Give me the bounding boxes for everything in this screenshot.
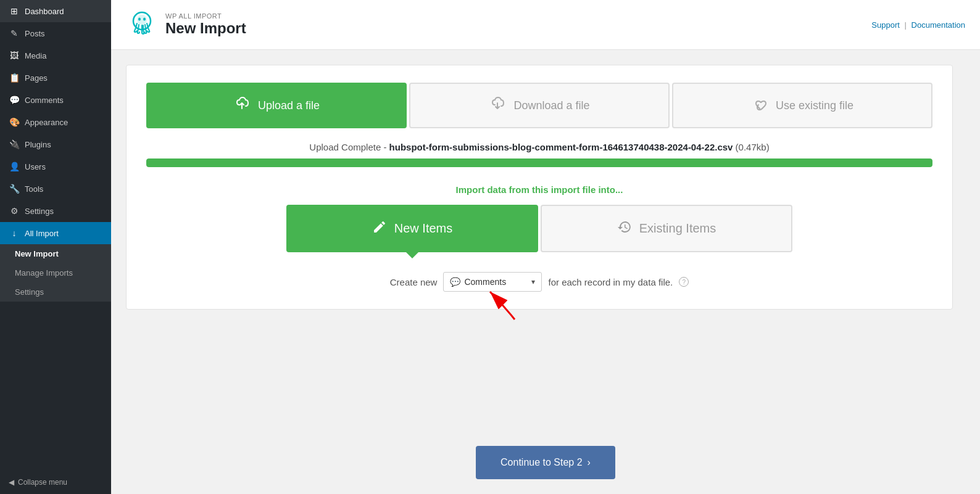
collapse-icon: ◀	[9, 478, 14, 487]
new-items-label: New Items	[394, 221, 452, 236]
upload-tab-download[interactable]: Download a file	[409, 83, 670, 128]
settings-icon: ⚙	[9, 206, 20, 216]
choice-new-items[interactable]: New Items	[286, 205, 538, 252]
download-cloud-icon	[489, 95, 506, 116]
sidebar-item-settings[interactable]: ⚙ Settings	[0, 200, 111, 222]
support-link[interactable]: Support	[871, 20, 900, 30]
comment-icon: 💬	[450, 277, 460, 287]
import-choice: New Items Existing Items	[286, 205, 792, 252]
content-area: Upload a file Download a file	[111, 50, 980, 431]
media-icon: 🖼	[9, 51, 20, 60]
users-icon: 👤	[9, 162, 20, 171]
upload-complete-prefix: Upload Complete	[309, 142, 381, 152]
sidebar-item-appearance[interactable]: 🎨 Appearance	[0, 111, 111, 133]
svg-point-2	[138, 18, 141, 21]
brand: WP ALL IMPORT New Import	[126, 9, 246, 41]
existing-items-label: Existing Items	[639, 221, 716, 236]
sidebar-item-pages[interactable]: 📋 Pages	[0, 67, 111, 89]
comments-icon: 💬	[9, 95, 20, 105]
chevron-down-icon: ▾	[531, 278, 535, 286]
create-new-label: Create new	[390, 277, 438, 287]
continue-label: Continue to Step 2	[500, 457, 583, 468]
collapse-menu-button[interactable]: ◀ Collapse menu	[0, 471, 111, 494]
create-new-row: Create new 💬 Comments ▾ for each record …	[146, 272, 932, 292]
sidebar-item-plugins[interactable]: 🔌 Plugins	[0, 133, 111, 155]
progress-bar-fill	[146, 158, 932, 167]
link-separator: |	[905, 20, 907, 30]
pencil-icon	[372, 220, 387, 237]
uploaded-filename: hubspot-form-submissions-blog-comment-fo…	[389, 142, 733, 152]
pages-icon: 📋	[9, 73, 20, 83]
sidebar-item-media[interactable]: 🖼 Media	[0, 44, 111, 67]
sidebar-item-all-import[interactable]: ↓ All Import	[0, 222, 111, 244]
sidebar-item-tools[interactable]: 🔧 Tools	[0, 178, 111, 200]
record-label: for each record in my data file.	[548, 277, 673, 287]
continue-wrap: Continue to Step 2 ›	[111, 431, 980, 494]
progress-bar	[146, 158, 932, 167]
help-icon[interactable]: ?	[679, 277, 689, 287]
history-icon	[617, 220, 632, 237]
sidebar-item-dashboard[interactable]: ⊞ Dashboard	[0, 0, 111, 22]
link-icon	[751, 95, 768, 116]
appearance-icon: 🎨	[9, 117, 20, 127]
topbar: WP ALL IMPORT New Import Support | Docum…	[111, 0, 980, 50]
sidebar: ⊞ Dashboard ✎ Posts 🖼 Media 📋 Pages 💬 Co…	[0, 0, 111, 494]
existing-tab-label: Use existing file	[776, 99, 853, 112]
download-tab-label: Download a file	[513, 99, 589, 112]
documentation-link[interactable]: Documentation	[911, 20, 965, 30]
upload-tab-upload[interactable]: Upload a file	[146, 83, 407, 128]
upload-separator: -	[383, 142, 389, 152]
page-title: New Import	[165, 20, 246, 37]
all-import-icon: ↓	[9, 228, 20, 238]
dashboard-icon: ⊞	[9, 6, 20, 16]
upload-tab-existing[interactable]: Use existing file	[672, 83, 932, 128]
dropdown-value: Comments	[464, 277, 528, 287]
import-card: Upload a file Download a file	[126, 65, 953, 310]
sidebar-item-comments[interactable]: 💬 Comments	[0, 89, 111, 111]
topbar-links: Support | Documentation	[871, 20, 965, 30]
sidebar-item-manage-imports[interactable]: Manage Imports	[0, 263, 111, 282]
brand-text: WP ALL IMPORT New Import	[165, 12, 246, 37]
brand-label: WP ALL IMPORT	[165, 12, 246, 20]
upload-tabs: Upload a file Download a file	[146, 83, 932, 128]
tools-icon: 🔧	[9, 184, 20, 194]
choice-existing-items[interactable]: Existing Items	[541, 205, 792, 252]
sidebar-item-new-import[interactable]: New Import	[0, 244, 111, 263]
continue-arrow-icon: ›	[588, 457, 591, 468]
file-size: (0.47kb)	[736, 142, 770, 152]
upload-tab-label: Upload a file	[258, 99, 320, 112]
import-into-label: Import data from this import file into..…	[146, 184, 932, 195]
continue-button[interactable]: Continue to Step 2 ›	[476, 446, 615, 479]
svg-point-3	[143, 18, 146, 21]
brand-logo	[126, 9, 158, 41]
sidebar-item-users[interactable]: 👤 Users	[0, 155, 111, 178]
post-type-dropdown[interactable]: 💬 Comments ▾	[443, 272, 542, 292]
sidebar-item-posts[interactable]: ✎ Posts	[0, 22, 111, 44]
main-content: WP ALL IMPORT New Import Support | Docum…	[111, 0, 980, 494]
sidebar-item-sub-settings[interactable]: Settings	[0, 282, 111, 302]
posts-icon: ✎	[9, 28, 20, 38]
upload-status: Upload Complete - hubspot-form-submissio…	[146, 142, 932, 152]
sidebar-submenu: New Import Manage Imports Settings	[0, 244, 111, 302]
plugins-icon: 🔌	[9, 139, 20, 149]
upload-cloud-icon	[233, 95, 251, 116]
